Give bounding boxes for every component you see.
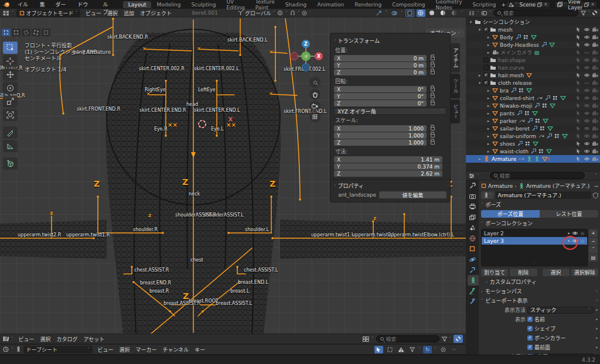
dope-menu-チャンネル[interactable]: チャンネル — [160, 346, 192, 353]
outliner-row-メインカメラ[interactable]: ▸メインカメラ — [466, 49, 600, 56]
viewport-display-header[interactable]: ˅ビューポート表示⁙ — [481, 297, 598, 304]
dope-falloff-icon[interactable]: ~ — [450, 346, 459, 353]
edit-value-button[interactable]: 値を編集 — [379, 191, 446, 198]
lock-icon[interactable] — [431, 127, 435, 131]
render-camera-icon[interactable] — [591, 133, 598, 139]
selectable-icon[interactable] — [575, 103, 582, 108]
dope-menu-マーカー[interactable]: マーカー — [133, 346, 160, 353]
hide-eye-icon[interactable] — [583, 157, 590, 161]
selectable-icon[interactable] — [575, 73, 582, 78]
tool-transform[interactable] — [3, 109, 18, 121]
np-field-Z[interactable]: Z0° — [334, 100, 427, 107]
navigation-gizmo[interactable]: Z X -Y — [288, 35, 325, 71]
asset-view-icon[interactable] — [363, 336, 369, 342]
lock-icon[interactable] — [431, 134, 435, 138]
asset-menu-カタログ[interactable]: カタログ — [54, 335, 81, 343]
render-camera-icon[interactable] — [591, 35, 598, 40]
lock-icon[interactable] — [431, 141, 435, 145]
npanel-tab-アイテム[interactable]: アイテム — [451, 43, 460, 73]
hide-eye-icon[interactable] — [583, 43, 590, 47]
motion-paths-header[interactable]: ›モーションパス⁙ — [481, 287, 598, 295]
rest-position-button[interactable]: レスト位置 — [540, 210, 598, 218]
np-field-X[interactable]: X0° — [334, 86, 427, 92]
bone-collections-header[interactable]: ˅ボーンコレクション — [481, 219, 598, 227]
hide-eye-icon[interactable] — [583, 58, 590, 62]
new-scene-icon[interactable] — [537, 2, 542, 7]
workspace-tab-uv-editing[interactable]: UV Editing — [221, 0, 250, 11]
outliner-row-hair.shape[interactable]: ✓hair.shape — [466, 56, 600, 64]
action-button-削除[interactable]: 削除 — [510, 269, 537, 276]
action-button-選択解除[interactable]: 選択解除 — [571, 269, 598, 276]
properties-tab-physics[interactable] — [466, 254, 479, 265]
pose-section-header[interactable]: ˅ポーズ — [481, 201, 598, 208]
workspace-tab-geometry-nodes[interactable]: Geometry Nodes — [431, 0, 468, 11]
lock-icon[interactable] — [431, 71, 435, 74]
datablock-name-field[interactable]: Armature (アーマチュア.) — [496, 191, 592, 199]
menu-編集[interactable]: 編集 — [35, 0, 51, 16]
menu-ヘルプ[interactable]: ヘルプ — [98, 0, 117, 16]
properties-editor-icon[interactable] — [469, 173, 475, 178]
outliner-row-parker[interactable]: ▸parker — [466, 117, 600, 125]
properties-tab-scene[interactable] — [466, 222, 479, 233]
workspace-tab-layout[interactable]: Layout — [123, 1, 152, 8]
npanel-tab-ツール[interactable]: ツール — [451, 74, 460, 98]
asset-menu-ビュー[interactable]: ビュー — [16, 335, 38, 343]
select-mode-paint[interactable] — [42, 29, 50, 36]
selectable-icon[interactable] — [575, 88, 582, 93]
hidden-eye-icon[interactable] — [583, 50, 590, 54]
menu-ウィンドウ[interactable]: ウィンドウ — [73, 0, 98, 16]
outliner-filter-id-icon[interactable] — [482, 11, 487, 16]
outliner-row-sailar-beret[interactable]: ▸sailar-beret — [466, 125, 600, 132]
np-field-Z[interactable]: Z2.62 m — [334, 170, 442, 177]
selectable-icon[interactable] — [575, 133, 582, 139]
checkbox-名前[interactable]: ✓ — [527, 317, 533, 322]
pivot-point-icon[interactable] — [277, 10, 283, 16]
hide-eye-icon[interactable] — [583, 28, 590, 32]
workspace-tab-scripting[interactable]: Scripting — [467, 1, 501, 8]
np-field-X[interactable]: X1.000 — [334, 125, 427, 132]
outliner-row-waist-cloth[interactable]: ▸waist-cloth — [466, 147, 600, 155]
properties-tab-world[interactable] — [466, 233, 479, 243]
hide-eye-icon[interactable] — [583, 66, 590, 70]
outliner-search[interactable]: 検索 — [493, 9, 578, 16]
collection-visibility-eye-icon[interactable] — [572, 231, 578, 235]
custom-properties-header[interactable]: ›カスタムプロパティ — [486, 278, 598, 286]
asset-browser-icon[interactable] — [3, 336, 9, 342]
select-mode-box[interactable] — [12, 29, 21, 36]
asset-menu-選択[interactable]: 選択 — [38, 335, 54, 343]
hide-eye-icon[interactable] — [583, 88, 590, 92]
selectable-icon[interactable] — [575, 65, 582, 70]
render-camera-icon[interactable] — [591, 73, 598, 78]
move-collection-button[interactable]: ▤ — [589, 254, 598, 262]
remove-view-layer-icon[interactable]: ✕ — [591, 2, 595, 7]
hide-eye-icon[interactable] — [583, 126, 590, 131]
hide-eye-icon[interactable] — [583, 119, 590, 123]
select-mode-lasso[interactable] — [32, 29, 40, 36]
outliner-row-shoes[interactable]: ▸shoes — [466, 140, 600, 147]
render-camera-icon[interactable] — [591, 50, 598, 55]
workspace-tab-rendering[interactable]: Rendering — [349, 1, 387, 8]
selectable-icon[interactable] — [575, 27, 582, 32]
tool-scale[interactable] — [3, 95, 18, 108]
action-button-選択[interactable]: 選択 — [543, 269, 570, 276]
hide-eye-icon[interactable] — [583, 104, 590, 108]
dope-warning-icon[interactable] — [397, 346, 405, 353]
outliner-row-シーンコレクション[interactable]: ▾シーンコレクション — [466, 18, 600, 26]
dope-snap-icon[interactable] — [386, 346, 394, 353]
properties-tab-bone[interactable] — [466, 286, 479, 296]
np-field-Z[interactable]: Z0 m — [334, 69, 427, 75]
hidden-eye-icon[interactable] — [583, 81, 590, 85]
selectable-icon[interactable] — [575, 95, 582, 101]
asset-menu-アセット[interactable]: アセット — [81, 335, 108, 343]
add-workspace-button[interactable]: + — [502, 2, 506, 8]
tool-annotate[interactable] — [3, 126, 18, 139]
outliner-row-bra[interactable]: ▸bra — [466, 87, 600, 94]
select-mode-circle[interactable] — [22, 29, 30, 36]
proportional-edit-icon[interactable] — [302, 11, 307, 16]
collection-solo-star-icon[interactable]: ☆ — [580, 238, 585, 244]
datablock-type-button[interactable]: ˅ — [481, 191, 494, 199]
exclude-checkbox[interactable]: ✓ — [483, 73, 489, 78]
dope-proportional-icon[interactable] — [439, 346, 448, 353]
selectable-icon[interactable] — [575, 111, 582, 116]
rotation-mode-dropdown[interactable]: XYZ オイラー角˅ — [334, 108, 446, 115]
